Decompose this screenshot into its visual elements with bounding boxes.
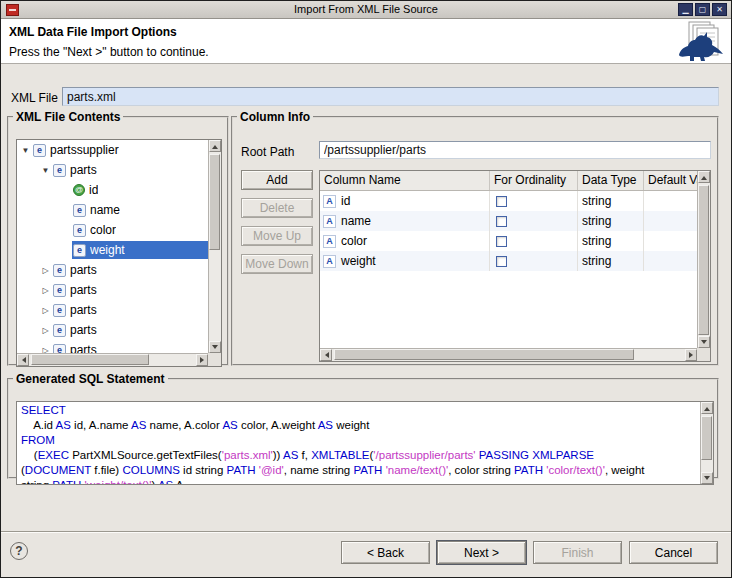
next-button[interactable]: Next > [437, 541, 526, 564]
expand-arrow-icon[interactable]: ▷ [39, 306, 52, 315]
scroll-up-button[interactable] [701, 402, 713, 414]
default-value-cell [644, 211, 697, 231]
column-icon: A [323, 255, 336, 268]
tree-item-partssupplier[interactable]: ▼epartssupplier [17, 140, 208, 160]
scrollbar-thumb[interactable] [701, 416, 712, 460]
add-button[interactable]: Add [241, 170, 313, 190]
sql-line: SELECT [21, 403, 696, 418]
column-name-label: weight [341, 254, 376, 268]
element-icon: e [53, 264, 66, 277]
table-row-name[interactable]: Anamestring [320, 211, 697, 231]
scroll-down-button[interactable] [209, 341, 221, 353]
ordinality-checkbox[interactable] [496, 196, 507, 207]
scroll-right-button[interactable] [685, 349, 697, 361]
tree-item-color[interactable]: ecolor [17, 220, 208, 240]
table-vertical-scrollbar[interactable] [697, 171, 710, 348]
xml-file-input[interactable] [62, 87, 719, 106]
sql-token: AS [222, 419, 237, 431]
tree-horizontal-scrollbar[interactable] [17, 353, 208, 366]
scroll-up-button[interactable] [209, 140, 221, 152]
sql-token: PATH [227, 464, 256, 476]
default-value-cell [644, 251, 697, 271]
close-button[interactable]: ✕ [712, 3, 727, 16]
minimize-button[interactable]: ▁ [678, 3, 693, 16]
arrow-down-icon [212, 345, 218, 352]
collapse-arrow-icon[interactable]: ▼ [19, 146, 32, 155]
tree-item-parts[interactable]: ▷eparts [17, 280, 208, 300]
data-type-cell: string [578, 211, 644, 231]
page-title: XML Data File Import Options [9, 25, 177, 39]
expand-arrow-icon[interactable]: ▷ [39, 286, 52, 295]
tree-item-label: weight [90, 243, 125, 257]
column-header-data-type[interactable]: Data Type [578, 171, 644, 190]
attribute-icon: @ [73, 184, 85, 196]
ordinality-checkbox[interactable] [496, 216, 507, 227]
help-button[interactable]: ? [10, 542, 28, 560]
column-header-column-name[interactable]: Column Name [320, 171, 490, 190]
tree-vertical-scrollbar[interactable] [208, 140, 221, 353]
scroll-left-button[interactable] [320, 349, 332, 361]
tree-item-parts[interactable]: ▷eparts [17, 300, 208, 320]
sql-token: string [21, 479, 52, 484]
expand-arrow-icon[interactable]: ▷ [39, 346, 52, 354]
tree-item-label: parts [70, 323, 97, 337]
tree-item-body: @id [72, 181, 208, 199]
table-row-id[interactable]: Aidstring [320, 191, 697, 211]
sql-token: EXEC [38, 449, 69, 461]
maximize-button[interactable]: ▢ [695, 3, 710, 16]
scroll-left-button[interactable] [17, 354, 29, 366]
xml-file-contents-title: XML File Contents [13, 110, 123, 124]
tree-item-parts[interactable]: ▷eparts [17, 320, 208, 340]
column-header-for-ordinality[interactable]: For Ordinality [490, 171, 578, 190]
xml-file-contents-group: XML File Contents ▼epartssupplier▼eparts… [7, 110, 229, 366]
move-up-button: Move Up [241, 226, 313, 246]
arrow-down-icon [701, 340, 707, 347]
scroll-down-button[interactable] [698, 336, 710, 348]
scroll-up-button[interactable] [698, 171, 710, 183]
expand-arrow-icon[interactable]: ▷ [39, 266, 52, 275]
scrollbar-thumb[interactable] [209, 154, 220, 250]
table-horizontal-scrollbar[interactable] [320, 348, 697, 361]
sql-token: , name string [284, 464, 354, 476]
xml-file-tree: ▼epartssupplier▼eparts@idenameecolorewei… [17, 140, 208, 353]
scrollbar-thumb[interactable] [698, 185, 709, 335]
tree-item-parts[interactable]: ▼eparts [17, 160, 208, 180]
sql-token: '@id' [259, 464, 284, 476]
sql-token: PATH [353, 464, 382, 476]
tree-item-name[interactable]: ename [17, 200, 208, 220]
for-ordinality-cell [490, 231, 578, 251]
sql-token: 'parts.xml' [222, 449, 273, 461]
tree-item-label: name [90, 203, 120, 217]
wizard-banner-icon [677, 21, 725, 62]
column-name-cell: Aname [320, 211, 490, 231]
sql-statement-viewer[interactable]: SELECT A.id AS id, A.name AS name, A.col… [16, 401, 714, 485]
sql-vertical-scrollbar[interactable] [700, 402, 713, 484]
cancel-button[interactable]: Cancel [629, 541, 718, 564]
column-icon: A [323, 235, 336, 248]
sql-line: string PATH 'weight/text()') AS A [21, 478, 696, 484]
sql-token: A.id [21, 419, 56, 431]
ordinality-checkbox[interactable] [496, 236, 507, 247]
scroll-down-button[interactable] [701, 472, 713, 484]
expand-arrow-icon[interactable]: ▷ [39, 326, 52, 335]
data-type-cell: string [578, 251, 644, 271]
collapse-arrow-icon[interactable]: ▼ [39, 166, 52, 175]
sql-token: f, [298, 449, 311, 461]
sql-token: AS [318, 419, 333, 431]
tree-item-id[interactable]: @id [17, 180, 208, 200]
element-icon: e [73, 244, 86, 257]
column-header-default-val[interactable]: Default Val [644, 171, 697, 190]
tree-item-parts[interactable]: ▷eparts [17, 260, 208, 280]
table-row-color[interactable]: Acolorstring [320, 231, 697, 251]
root-path-input[interactable] [319, 141, 711, 159]
scrollbar-thumb[interactable] [31, 354, 149, 365]
ordinality-checkbox[interactable] [496, 256, 507, 267]
tree-item-weight[interactable]: eweight [17, 240, 208, 260]
back-button[interactable]: < Back [341, 541, 430, 564]
sql-token: 'color/text()' [546, 464, 605, 476]
scroll-right-button[interactable] [196, 354, 208, 366]
tree-item-parts[interactable]: ▷eparts [17, 340, 208, 353]
table-row-weight[interactable]: Aweightstring [320, 251, 697, 271]
scrollbar-corner [208, 353, 221, 366]
scrollbar-thumb[interactable] [334, 349, 634, 360]
